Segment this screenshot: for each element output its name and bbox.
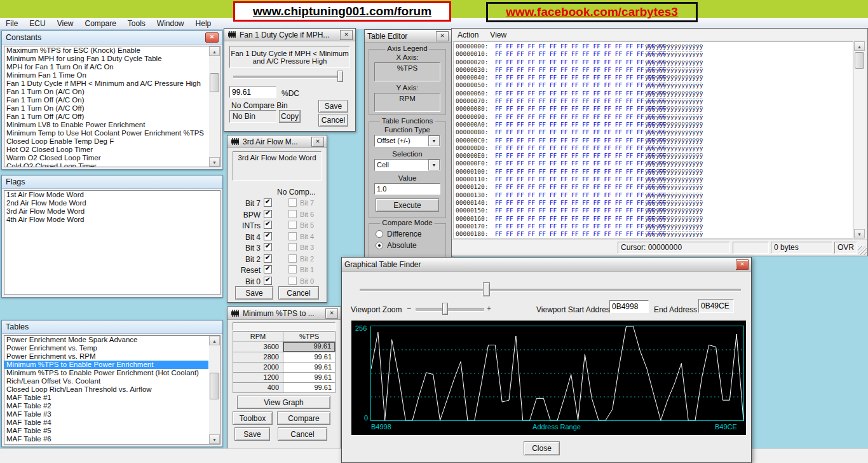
list-item[interactable]: MAF Table #3 [4, 410, 208, 418]
execute-button[interactable]: Execute [376, 198, 439, 212]
hex-dump-area[interactable]: 00000000: FF FF FF FF FF FF FF FF FF FF … [453, 41, 853, 238]
list-item[interactable]: Fan 1 Turn On (A/C Off) [4, 104, 208, 113]
list-item[interactable]: Minimum Temp to Use Hot Coolant Power En… [4, 129, 208, 137]
chevron-down-icon[interactable]: ▼ [428, 160, 440, 170]
scroll-up-icon[interactable]: ▲ [209, 336, 220, 345]
fan-value-input[interactable] [229, 86, 276, 98]
table-row[interactable]: 3600 99.61 [233, 342, 336, 352]
view-graph-button[interactable]: View Graph [237, 396, 330, 409]
scroll-thumb[interactable] [855, 52, 864, 69]
copy-button[interactable]: Copy [279, 110, 301, 123]
table-editor-titlebar[interactable]: Table Editor ✕ [365, 30, 451, 43]
zoom-slider-track[interactable] [416, 308, 484, 312]
menu-item[interactable]: Help [190, 18, 217, 29]
menu-item[interactable]: View [51, 18, 79, 29]
save-button[interactable]: Save [318, 100, 348, 113]
list-item[interactable]: Closed Loop Rich/Lean Threshold vs. Airf… [4, 385, 208, 394]
rpm-cell[interactable]: 3600 [233, 342, 283, 352]
hex-scrollbar[interactable]: ▲ ▼ [854, 41, 865, 238]
tables-scrollbar[interactable]: ▲ ▼ [209, 336, 220, 444]
table-row[interactable]: 1200 99.61 [233, 373, 336, 383]
scroll-down-icon[interactable]: ▼ [209, 157, 220, 167]
close-icon[interactable]: ✕ [205, 32, 219, 43]
bit-checkbox-checked[interactable] [264, 243, 272, 251]
bit-checkbox-checked[interactable] [264, 277, 272, 285]
list-item[interactable]: MPH for Fan 1 Turn On if A/C On [4, 63, 208, 71]
list-item[interactable]: MAF Table #1 [4, 394, 208, 402]
menu-item[interactable]: Compare [79, 18, 121, 29]
close-icon[interactable]: ✕ [325, 308, 338, 319]
viewport-start-address-input[interactable] [609, 300, 649, 313]
constants-scrollbar[interactable]: ▲ ▼ [209, 46, 220, 167]
zoom-plus-label[interactable]: + [487, 304, 491, 313]
tps-cell[interactable]: 99.61 [283, 382, 336, 393]
function-type-dropdown[interactable]: Offset (+/-) ▼ [374, 135, 440, 147]
list-item[interactable]: Minimum %TPS to Enable Power Enrichment … [4, 369, 208, 377]
rpm-cell[interactable]: 1200 [233, 372, 283, 383]
constants-list[interactable]: Maximum %TPS for ESC (Knock) EnableMinim… [4, 46, 220, 167]
list-item[interactable]: Hot O2 Closed Loop Timer [4, 146, 208, 154]
table-row[interactable]: 2000 99.61 [233, 363, 336, 373]
tps-grid[interactable]: 3600 99.61 2800 99.61 2000 99.61 1200 99… [233, 342, 336, 393]
close-icon[interactable]: ✕ [340, 30, 353, 40]
tables-titlebar[interactable]: Tables [2, 321, 222, 334]
tps-cell[interactable]: 99.61 [283, 372, 336, 383]
constants-titlebar[interactable]: Constants ✕ [2, 31, 222, 45]
list-item[interactable]: Power Enrichment Mode Spark Advance [4, 336, 208, 344]
selection-dropdown[interactable]: Cell ▼ [374, 159, 440, 171]
menu-item[interactable]: View [484, 30, 512, 40]
chevron-down-icon[interactable]: ▼ [428, 135, 440, 146]
cancel-button[interactable]: Cancel [278, 427, 327, 441]
cancel-button[interactable]: Cancel [318, 114, 348, 127]
list-item[interactable]: Minimum MPH for using Fan 1 Duty Cycle T… [4, 55, 208, 63]
list-item[interactable]: Minimum %TPS to Enable Power Enrichment [4, 361, 208, 369]
rpm-cell[interactable]: 400 [233, 382, 283, 393]
table-row[interactable]: 2800 99.61 [233, 352, 336, 363]
bit-checkbox-checked[interactable] [264, 254, 272, 263]
toolbox-button[interactable]: Toolbox [233, 411, 273, 425]
table-row[interactable]: 400 99.61 [233, 383, 336, 393]
flags-titlebar[interactable]: Flags [2, 176, 222, 189]
fan-slider-track[interactable] [233, 76, 342, 79]
value-input[interactable] [374, 183, 440, 195]
menu-item[interactable]: Tools [122, 18, 151, 29]
scroll-down-icon[interactable]: ▼ [209, 434, 220, 444]
bit-checkbox-checked[interactable] [264, 198, 272, 207]
list-item[interactable]: Cold O2 Closed Loop Timer [4, 162, 208, 167]
scroll-up-icon[interactable]: ▲ [209, 46, 220, 56]
list-item[interactable]: Closed Loop Enable Temp Deg F [4, 137, 208, 146]
rpm-cell[interactable]: 2000 [233, 362, 283, 373]
list-item[interactable]: 4th Air Flow Mode Word [4, 216, 220, 224]
scroll-up-icon[interactable]: ▲ [854, 41, 865, 51]
tps-cell[interactable]: 99.61 [283, 352, 336, 363]
resize-grip[interactable] [858, 246, 867, 255]
list-item[interactable]: MAF Table #5 [4, 427, 208, 435]
close-icon[interactable]: ✕ [436, 31, 449, 41]
list-item[interactable]: Rich/Lean Offset Vs. Coolant [4, 377, 208, 385]
list-item[interactable]: Warm O2 Closed Loop Timer [4, 154, 208, 162]
cancel-button[interactable]: Cancel [278, 286, 319, 300]
list-item[interactable]: MAF Table #4 [4, 418, 208, 427]
flags-list[interactable]: 1st Air Flow Mode Word2nd Air Flow Mode … [4, 190, 220, 295]
save-button[interactable]: Save [234, 427, 270, 441]
list-item[interactable]: Power Enrichment vs. Temp [4, 344, 208, 352]
zoom-minus-label[interactable]: − [407, 304, 411, 313]
bit-checkbox-checked[interactable] [264, 221, 272, 229]
list-item[interactable]: Minimum Fan 1 Time On [4, 71, 208, 79]
bit-checkbox-checked[interactable] [264, 232, 272, 240]
tps-cell[interactable]: 99.61 [283, 362, 336, 373]
tables-list[interactable]: Power Enrichment Mode Spark AdvancePower… [4, 335, 220, 445]
airflow-titlebar[interactable]: 3rd Air Flow M... ✕ [227, 135, 327, 148]
close-button[interactable]: Close [524, 441, 560, 455]
gtf-address-slider-track[interactable] [360, 289, 741, 292]
bit-checkbox-checked[interactable] [264, 265, 272, 273]
scroll-thumb[interactable] [210, 73, 219, 92]
save-button[interactable]: Save [235, 286, 273, 300]
tps-cell[interactable]: 99.61 [283, 342, 336, 352]
close-icon[interactable]: ✕ [736, 259, 749, 270]
rpm-cell[interactable]: 2800 [233, 352, 283, 363]
scroll-thumb[interactable] [210, 373, 219, 399]
list-item[interactable]: Power Enrichment vs. RPM [4, 352, 208, 361]
absolute-radio[interactable] [376, 242, 383, 249]
tps-titlebar[interactable]: Minimum %TPS to ... ✕ [227, 307, 341, 320]
